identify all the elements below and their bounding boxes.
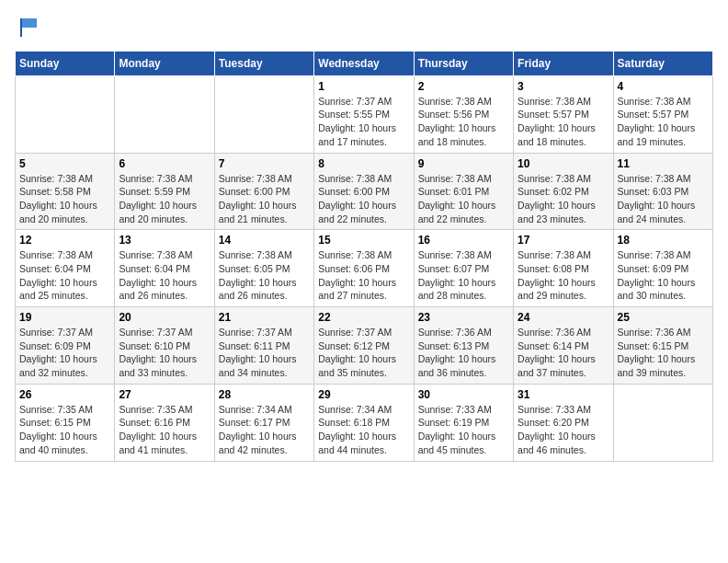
calendar-week-row: 26Sunrise: 7:35 AM Sunset: 6:15 PM Dayli… xyxy=(16,384,713,461)
calendar-cell: 13Sunrise: 7:38 AM Sunset: 6:04 PM Dayli… xyxy=(115,230,214,307)
day-number: 18 xyxy=(618,234,709,247)
calendar-cell: 16Sunrise: 7:38 AM Sunset: 6:07 PM Dayli… xyxy=(414,230,513,307)
calendar-cell xyxy=(214,75,313,153)
calendar-cell: 22Sunrise: 7:37 AM Sunset: 6:12 PM Dayli… xyxy=(314,307,414,385)
day-number: 14 xyxy=(219,234,310,247)
day-number: 29 xyxy=(318,388,409,401)
calendar-cell: 8Sunrise: 7:38 AM Sunset: 6:00 PM Daylig… xyxy=(314,153,414,230)
calendar-cell: 7Sunrise: 7:38 AM Sunset: 6:00 PM Daylig… xyxy=(214,153,313,230)
logo-flag-icon xyxy=(17,15,42,40)
day-info: Sunrise: 7:33 AM Sunset: 6:19 PM Dayligh… xyxy=(418,403,509,457)
calendar-week-row: 19Sunrise: 7:37 AM Sunset: 6:09 PM Dayli… xyxy=(16,307,713,385)
day-info: Sunrise: 7:35 AM Sunset: 6:16 PM Dayligh… xyxy=(119,403,210,457)
day-number: 8 xyxy=(318,157,409,170)
weekday-header-friday: Friday xyxy=(514,51,613,75)
day-number: 26 xyxy=(19,388,110,401)
day-info: Sunrise: 7:37 AM Sunset: 6:11 PM Dayligh… xyxy=(219,326,310,380)
day-number: 4 xyxy=(618,80,709,93)
weekday-header-sunday: Sunday xyxy=(16,51,115,75)
calendar-cell: 6Sunrise: 7:38 AM Sunset: 5:59 PM Daylig… xyxy=(115,153,214,230)
day-number: 2 xyxy=(418,80,509,93)
day-info: Sunrise: 7:38 AM Sunset: 6:06 PM Dayligh… xyxy=(318,248,409,303)
logo xyxy=(15,15,40,41)
calendar-cell: 9Sunrise: 7:38 AM Sunset: 6:01 PM Daylig… xyxy=(414,153,513,230)
day-number: 30 xyxy=(418,388,509,401)
day-number: 7 xyxy=(219,157,310,170)
day-number: 12 xyxy=(19,234,110,247)
day-info: Sunrise: 7:34 AM Sunset: 6:17 PM Dayligh… xyxy=(219,403,310,457)
calendar-cell: 31Sunrise: 7:33 AM Sunset: 6:20 PM Dayli… xyxy=(514,384,613,461)
day-info: Sunrise: 7:38 AM Sunset: 5:58 PM Dayligh… xyxy=(19,172,110,226)
day-info: Sunrise: 7:38 AM Sunset: 5:57 PM Dayligh… xyxy=(518,95,609,149)
day-number: 19 xyxy=(19,311,110,324)
day-info: Sunrise: 7:38 AM Sunset: 5:57 PM Dayligh… xyxy=(618,95,709,149)
calendar-cell xyxy=(613,384,712,461)
day-number: 24 xyxy=(518,311,609,324)
day-number: 1 xyxy=(318,80,409,93)
day-info: Sunrise: 7:38 AM Sunset: 6:02 PM Dayligh… xyxy=(518,172,609,226)
calendar-cell: 11Sunrise: 7:38 AM Sunset: 6:03 PM Dayli… xyxy=(613,153,712,230)
day-info: Sunrise: 7:38 AM Sunset: 6:05 PM Dayligh… xyxy=(219,248,310,303)
weekday-header-wednesday: Wednesday xyxy=(314,51,414,75)
weekday-header-saturday: Saturday xyxy=(613,51,712,75)
day-info: Sunrise: 7:37 AM Sunset: 6:10 PM Dayligh… xyxy=(119,326,210,380)
weekday-header-monday: Monday xyxy=(115,51,214,75)
calendar-cell: 30Sunrise: 7:33 AM Sunset: 6:19 PM Dayli… xyxy=(414,384,513,461)
day-number: 20 xyxy=(119,311,210,324)
day-number: 21 xyxy=(219,311,310,324)
day-number: 6 xyxy=(119,157,210,170)
calendar-cell: 26Sunrise: 7:35 AM Sunset: 6:15 PM Dayli… xyxy=(16,384,115,461)
calendar-cell xyxy=(115,75,214,153)
calendar-cell: 20Sunrise: 7:37 AM Sunset: 6:10 PM Dayli… xyxy=(115,307,214,385)
day-info: Sunrise: 7:38 AM Sunset: 6:09 PM Dayligh… xyxy=(618,248,709,303)
day-number: 23 xyxy=(418,311,509,324)
day-number: 15 xyxy=(318,234,409,247)
day-info: Sunrise: 7:38 AM Sunset: 6:03 PM Dayligh… xyxy=(618,172,709,226)
svg-marker-1 xyxy=(22,18,37,28)
calendar-cell: 29Sunrise: 7:34 AM Sunset: 6:18 PM Dayli… xyxy=(314,384,414,461)
calendar-week-row: 1Sunrise: 7:37 AM Sunset: 5:55 PM Daylig… xyxy=(16,75,713,153)
day-info: Sunrise: 7:38 AM Sunset: 6:04 PM Dayligh… xyxy=(19,248,110,303)
calendar-cell: 3Sunrise: 7:38 AM Sunset: 5:57 PM Daylig… xyxy=(514,75,613,153)
day-number: 17 xyxy=(518,234,609,247)
day-number: 28 xyxy=(219,388,310,401)
calendar-table: SundayMondayTuesdayWednesdayThursdayFrid… xyxy=(15,51,713,462)
day-info: Sunrise: 7:36 AM Sunset: 6:13 PM Dayligh… xyxy=(418,326,509,380)
day-info: Sunrise: 7:38 AM Sunset: 5:59 PM Dayligh… xyxy=(119,172,210,226)
day-number: 27 xyxy=(119,388,210,401)
day-info: Sunrise: 7:37 AM Sunset: 6:09 PM Dayligh… xyxy=(19,326,110,380)
weekday-header-row: SundayMondayTuesdayWednesdayThursdayFrid… xyxy=(16,51,713,75)
day-info: Sunrise: 7:36 AM Sunset: 6:14 PM Dayligh… xyxy=(518,326,609,380)
weekday-header-tuesday: Tuesday xyxy=(214,51,313,75)
day-number: 25 xyxy=(618,311,709,324)
day-info: Sunrise: 7:38 AM Sunset: 6:00 PM Dayligh… xyxy=(318,172,409,226)
day-number: 31 xyxy=(518,388,609,401)
calendar-cell: 12Sunrise: 7:38 AM Sunset: 6:04 PM Dayli… xyxy=(16,230,115,307)
day-number: 5 xyxy=(19,157,110,170)
day-info: Sunrise: 7:38 AM Sunset: 6:01 PM Dayligh… xyxy=(418,172,509,226)
calendar-cell: 19Sunrise: 7:37 AM Sunset: 6:09 PM Dayli… xyxy=(16,307,115,385)
calendar-cell: 1Sunrise: 7:37 AM Sunset: 5:55 PM Daylig… xyxy=(314,75,414,153)
calendar-cell: 27Sunrise: 7:35 AM Sunset: 6:16 PM Dayli… xyxy=(115,384,214,461)
day-number: 3 xyxy=(518,80,609,93)
calendar-cell: 24Sunrise: 7:36 AM Sunset: 6:14 PM Dayli… xyxy=(514,307,613,385)
calendar-cell: 5Sunrise: 7:38 AM Sunset: 5:58 PM Daylig… xyxy=(16,153,115,230)
calendar-week-row: 5Sunrise: 7:38 AM Sunset: 5:58 PM Daylig… xyxy=(16,153,713,230)
weekday-header-thursday: Thursday xyxy=(414,51,513,75)
day-info: Sunrise: 7:38 AM Sunset: 5:56 PM Dayligh… xyxy=(418,95,509,149)
calendar-cell: 2Sunrise: 7:38 AM Sunset: 5:56 PM Daylig… xyxy=(414,75,513,153)
day-info: Sunrise: 7:34 AM Sunset: 6:18 PM Dayligh… xyxy=(318,403,409,457)
calendar-cell: 25Sunrise: 7:36 AM Sunset: 6:15 PM Dayli… xyxy=(613,307,712,385)
calendar-cell xyxy=(16,75,115,153)
calendar-cell: 23Sunrise: 7:36 AM Sunset: 6:13 PM Dayli… xyxy=(414,307,513,385)
day-number: 13 xyxy=(119,234,210,247)
day-number: 22 xyxy=(318,311,409,324)
calendar-week-row: 12Sunrise: 7:38 AM Sunset: 6:04 PM Dayli… xyxy=(16,230,713,307)
calendar-cell: 18Sunrise: 7:38 AM Sunset: 6:09 PM Dayli… xyxy=(613,230,712,307)
calendar-cell: 4Sunrise: 7:38 AM Sunset: 5:57 PM Daylig… xyxy=(613,75,712,153)
calendar-cell: 28Sunrise: 7:34 AM Sunset: 6:17 PM Dayli… xyxy=(214,384,313,461)
day-number: 11 xyxy=(618,157,709,170)
page-header xyxy=(15,15,713,41)
calendar-cell: 21Sunrise: 7:37 AM Sunset: 6:11 PM Dayli… xyxy=(214,307,313,385)
day-info: Sunrise: 7:38 AM Sunset: 6:04 PM Dayligh… xyxy=(119,248,210,303)
